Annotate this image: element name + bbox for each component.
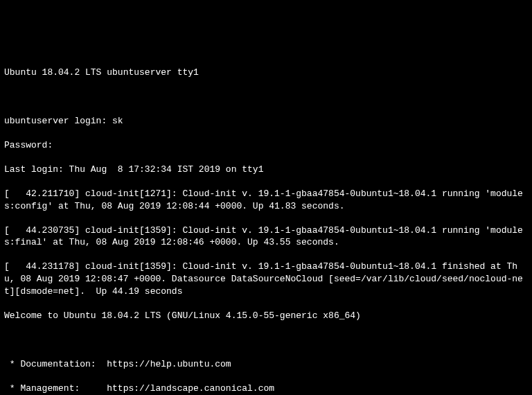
blank-line [4,91,528,103]
cloud-init-line: [ 44.231178] cloud-init[1359]: Cloud-ini… [4,261,528,297]
cloud-init-line: [ 42.211710] cloud-init[1271]: Cloud-ini… [4,188,528,212]
documentation-link: * Documentation: https://help.ubuntu.com [4,358,528,371]
welcome-message: Welcome to Ubuntu 18.04.2 LTS (GNU/Linux… [4,310,528,322]
tty-header: Ubuntu 18.04.2 LTS ubuntuserver tty1 [4,67,528,79]
cloud-init-line: [ 44.230735] cloud-init[1359]: Cloud-ini… [4,225,528,249]
blank-line [4,334,528,346]
password-prompt: Password: [4,139,528,152]
last-login: Last login: Thu Aug 8 17:32:34 IST 2019 … [4,164,528,176]
terminal-output[interactable]: Ubuntu 18.04.2 LTS ubuntuserver tty1 ubu… [4,54,528,395]
management-link: * Management: https://landscape.canonica… [4,383,528,395]
login-prompt: ubuntuserver login: sk [4,115,528,128]
